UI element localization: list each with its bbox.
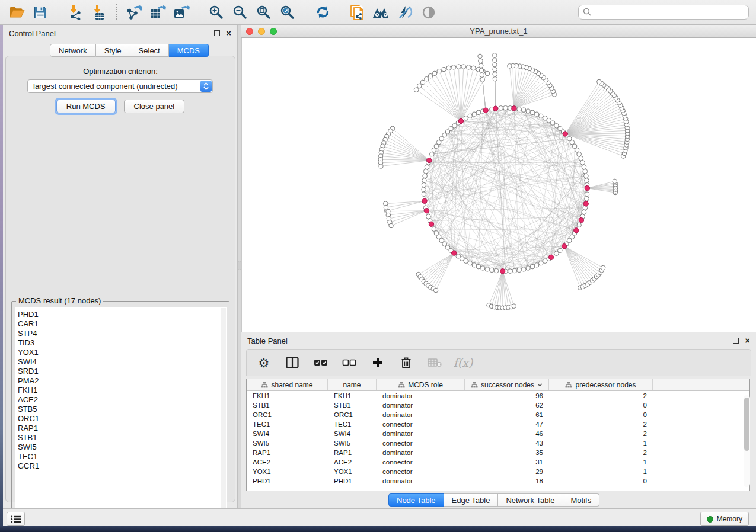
tab-network-table[interactable]: Network Table: [498, 493, 563, 507]
table-scrollbar-thumb[interactable]: [744, 398, 749, 451]
first-neighbors-icon[interactable]: [371, 2, 391, 23]
mcds-result-item[interactable]: SWI5: [15, 443, 227, 452]
table-panel-titlebar: Table Panel ×: [241, 332, 756, 349]
network-canvas[interactable]: [241, 38, 756, 332]
tab-node-table[interactable]: Node Table: [388, 493, 444, 507]
import-network-icon[interactable]: [65, 2, 85, 23]
mcds-result-item[interactable]: TEC1: [15, 452, 227, 462]
table-cell: 43: [465, 440, 549, 447]
table-row[interactable]: YOX1YOX1connector291: [247, 467, 749, 476]
column-header-predecessor-nodes[interactable]: predecessor nodes: [549, 379, 653, 390]
table-cell: STB1: [247, 402, 328, 409]
table-row[interactable]: ACE2ACE2connector311: [247, 457, 749, 467]
column-pane-icon[interactable]: [285, 355, 300, 370]
search-field[interactable]: [578, 5, 749, 20]
table-row[interactable]: STB1STB1dominator620: [247, 400, 749, 410]
mcds-result-item[interactable]: STB1: [15, 433, 227, 443]
table-row[interactable]: FKH1FKH1dominator962: [247, 391, 749, 400]
close-panel-button[interactable]: Close panel: [124, 100, 185, 113]
search-input[interactable]: [592, 8, 748, 17]
close-panel-icon[interactable]: ×: [226, 30, 231, 36]
table-cell: YOX1: [328, 468, 377, 475]
table-scrollbar[interactable]: [744, 395, 750, 487]
tab-mcds[interactable]: MCDS: [169, 44, 209, 57]
mcds-result-item[interactable]: STB5: [15, 405, 227, 414]
zoom-selected-icon[interactable]: [277, 2, 298, 23]
mcds-result-item[interactable]: SRD1: [15, 367, 227, 376]
mcds-result-item[interactable]: YOX1: [15, 348, 227, 357]
mcds-result-item[interactable]: FKH1: [15, 386, 227, 395]
hide-selected-icon[interactable]: [395, 2, 415, 23]
deselect-all-icon[interactable]: [342, 355, 357, 370]
run-mcds-button[interactable]: Run MCDS: [56, 100, 116, 113]
column-header-shared-name[interactable]: shared name: [247, 379, 328, 390]
tab-select[interactable]: Select: [130, 44, 169, 57]
clone-network-icon[interactable]: [347, 2, 368, 23]
table-cell: 2: [549, 421, 653, 428]
table-row[interactable]: SWI5SWI5connector431: [247, 438, 749, 448]
close-table-panel-icon[interactable]: ×: [745, 338, 750, 344]
float-table-panel-icon[interactable]: [733, 338, 739, 344]
apply-layout-icon[interactable]: [312, 2, 333, 23]
tab-style[interactable]: Style: [96, 44, 130, 57]
mcds-result-item[interactable]: CAR1: [15, 319, 227, 329]
tab-edge-table[interactable]: Edge Table: [444, 493, 499, 507]
zoom-fit-icon[interactable]: [254, 2, 274, 23]
table-row[interactable]: ORC1ORC1dominator610: [247, 410, 749, 419]
table-options-icon[interactable]: ⚙: [256, 355, 272, 370]
table-row[interactable]: PHD1PHD1dominator180: [247, 476, 749, 486]
delete-column-icon[interactable]: [398, 355, 414, 370]
tab-network[interactable]: Network: [50, 44, 96, 57]
create-column-icon[interactable]: [370, 355, 385, 370]
open-folder-icon[interactable]: [7, 2, 27, 23]
toolbar-separator: [116, 4, 117, 21]
mcds-result-item[interactable]: STP4: [15, 329, 227, 338]
zoom-out-icon[interactable]: [230, 2, 250, 23]
save-icon[interactable]: [30, 2, 50, 23]
table-cell: TEC1: [328, 421, 377, 428]
table-cell: 2: [549, 392, 653, 399]
mcds-result-item[interactable]: GCR1: [15, 462, 227, 471]
node-table[interactable]: shared namenameMCDS rolesuccessor nodesp…: [246, 379, 750, 491]
table-cell: 1: [549, 468, 653, 475]
window-zoom-icon[interactable]: [270, 28, 277, 35]
zoom-in-icon[interactable]: [206, 2, 227, 23]
import-table-icon[interactable]: [89, 2, 109, 23]
column-header-name[interactable]: name: [328, 379, 377, 390]
mcds-result-item[interactable]: TID3: [15, 338, 227, 348]
mcds-result-item[interactable]: RAP1: [15, 424, 227, 433]
column-type-icon: [471, 382, 478, 388]
show-hide-icon[interactable]: [419, 2, 439, 23]
criterion-dropdown[interactable]: largest connected component (undirected): [27, 79, 213, 93]
result-list-scrollbar[interactable]: [221, 308, 226, 517]
table-cell: 1: [549, 440, 653, 447]
table-row[interactable]: TEC1TEC1connector472: [247, 419, 749, 429]
memory-button[interactable]: Memory: [700, 512, 749, 526]
network-window-titlebar[interactable]: YPA_prune.txt_1: [241, 25, 756, 38]
window-close-icon[interactable]: [246, 28, 253, 35]
export-table-icon[interactable]: [148, 2, 168, 23]
mcds-result-item[interactable]: ACE2: [15, 395, 227, 405]
mcds-result-item[interactable]: PMA2: [15, 376, 227, 386]
table-row[interactable]: SWI4SWI4dominator462: [247, 429, 749, 438]
window-minimize-icon[interactable]: [258, 28, 265, 35]
mcds-result-item[interactable]: PHD1: [15, 310, 227, 319]
mcds-result-item[interactable]: SWI4: [15, 357, 227, 367]
column-header-MCDS-role[interactable]: MCDS role: [377, 379, 465, 390]
table-cell: 1: [549, 459, 653, 466]
table-cell: SWI4: [328, 430, 377, 437]
export-network-icon[interactable]: [124, 2, 144, 23]
column-header-successor-nodes[interactable]: successor nodes: [465, 379, 549, 390]
tab-motifs[interactable]: Motifs: [563, 493, 600, 507]
control-panel-titlebar: Control Panel ×: [3, 25, 237, 41]
search-icon: [583, 8, 592, 17]
select-all-icon[interactable]: [313, 355, 328, 370]
column-type-icon: [398, 382, 405, 388]
float-panel-icon[interactable]: [214, 30, 220, 36]
table-row[interactable]: RAP1RAP1dominator352: [247, 448, 749, 457]
mcds-result-items: PHD1CAR1STP4TID3YOX1SWI4SRD1PMA2FKH1ACE2…: [15, 307, 227, 471]
mcds-result-item[interactable]: ORC1: [15, 414, 227, 424]
export-image-icon[interactable]: [171, 2, 192, 23]
task-history-button[interactable]: [7, 512, 25, 526]
mcds-result-list[interactable]: PHD1CAR1STP4TID3YOX1SWI4SRD1PMA2FKH1ACE2…: [15, 307, 227, 518]
